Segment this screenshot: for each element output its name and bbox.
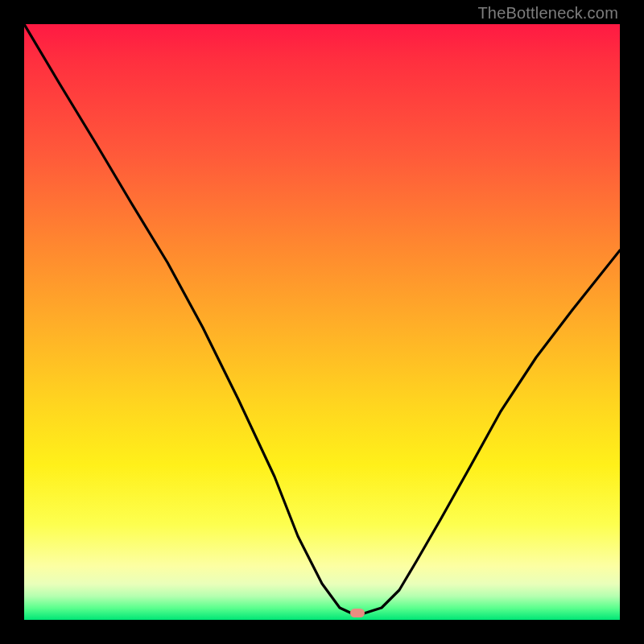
optimal-marker	[350, 609, 365, 617]
bottleneck-curve	[24, 24, 620, 620]
plot-area	[24, 24, 620, 620]
chart-frame: TheBottleneck.com	[0, 0, 644, 644]
watermark-text: TheBottleneck.com	[477, 4, 618, 23]
